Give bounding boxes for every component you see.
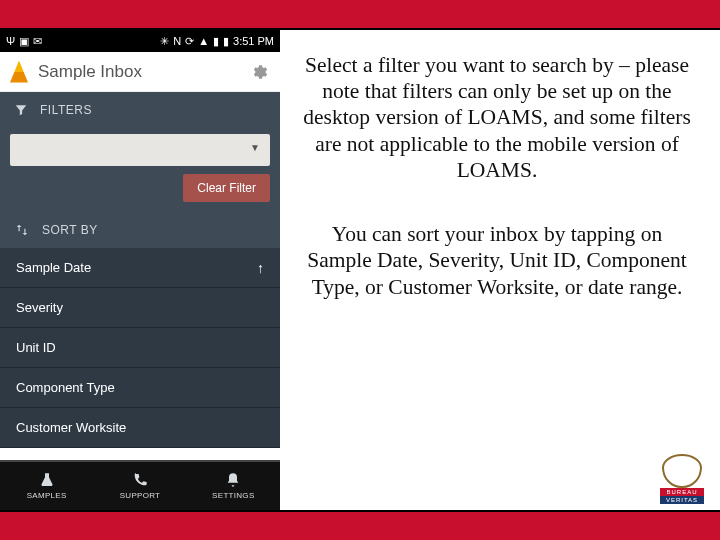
app-title: Sample Inbox [38, 62, 238, 82]
nfc-icon: N [173, 35, 181, 47]
top-red-bar [0, 0, 720, 28]
filters-header: FILTERS [0, 92, 280, 128]
gear-icon [250, 63, 268, 81]
filter-area: Clear Filter [0, 128, 280, 212]
sort-item-label: Customer Worksite [16, 420, 126, 435]
bv-line2: VERITAS [660, 496, 704, 504]
status-left-icons: Ψ ▣ ✉ [6, 35, 42, 48]
sort-item-label: Component Type [16, 380, 115, 395]
bottom-nav: SAMPLES SUPPORT SETTINGS [0, 460, 280, 510]
clear-filter-button[interactable]: Clear Filter [183, 174, 270, 202]
flask-icon [38, 472, 56, 488]
sortby-header: SORT BY [0, 212, 280, 248]
status-right-icons: ✳ N ⟳ ▲ ▮ ▮ 3:51 PM [160, 35, 274, 48]
android-status-bar: Ψ ▣ ✉ ✳ N ⟳ ▲ ▮ ▮ 3:51 PM [0, 30, 280, 52]
funnel-icon [14, 103, 28, 117]
instruction-text-column: Select a filter you want to search by – … [280, 30, 720, 510]
settings-button[interactable] [248, 61, 270, 83]
sort-item-component-type[interactable]: Component Type [0, 368, 280, 408]
sort-item-severity[interactable]: Severity [0, 288, 280, 328]
filter-dropdown[interactable] [10, 134, 270, 166]
sort-item-label: Unit ID [16, 340, 56, 355]
phone-icon [131, 472, 149, 488]
bell-icon [224, 472, 242, 488]
sort-item-label: Severity [16, 300, 63, 315]
sortby-label: SORT BY [42, 223, 98, 237]
battery-icon: ▮ [223, 35, 229, 48]
phone-screenshot: Ψ ▣ ✉ ✳ N ⟳ ▲ ▮ ▮ 3:51 PM Sample Inbox [0, 30, 280, 510]
nav-settings[interactable]: SETTINGS [187, 462, 280, 510]
vibrate-icon: ✳ [160, 35, 169, 48]
nav-label: SAMPLES [27, 491, 67, 500]
slide-content: Ψ ▣ ✉ ✳ N ⟳ ▲ ▮ ▮ 3:51 PM Sample Inbox [0, 30, 720, 510]
arrow-up-icon: ↑ [257, 260, 264, 276]
wifi-icon: ▲ [198, 35, 209, 47]
sort-item-unit-id[interactable]: Unit ID [0, 328, 280, 368]
psi-icon: Ψ [6, 35, 15, 47]
signal-icon: ▮ [213, 35, 219, 48]
bureau-veritas-logo: BUREAU VERITAS [660, 454, 704, 506]
bv-shield-icon [662, 454, 702, 488]
sort-item-sample-date[interactable]: Sample Date ↑ [0, 248, 280, 288]
nav-label: SETTINGS [212, 491, 254, 500]
sort-list: Sample Date ↑ Severity Unit ID Component… [0, 248, 280, 448]
chat-icon: ✉ [33, 35, 42, 48]
sync-icon: ⟳ [185, 35, 194, 48]
app-header: Sample Inbox [0, 52, 280, 92]
bottom-red-bar [0, 512, 720, 540]
clock-text: 3:51 PM [233, 35, 274, 47]
bv-text-bars: BUREAU VERITAS [660, 488, 704, 504]
instruction-paragraph-2: You can sort your inbox by tapping on Sa… [302, 221, 692, 300]
sim-icon: ▣ [19, 35, 29, 48]
sort-item-label: Sample Date [16, 260, 91, 275]
app-logo-icon [10, 61, 28, 83]
nav-support[interactable]: SUPPORT [93, 462, 186, 510]
sort-item-customer-worksite[interactable]: Customer Worksite [0, 408, 280, 448]
bv-line1: BUREAU [660, 488, 704, 496]
filters-label: FILTERS [40, 103, 92, 117]
instruction-paragraph-1: Select a filter you want to search by – … [302, 52, 692, 183]
nav-samples[interactable]: SAMPLES [0, 462, 93, 510]
sort-arrows-icon [14, 223, 30, 237]
nav-label: SUPPORT [120, 491, 161, 500]
